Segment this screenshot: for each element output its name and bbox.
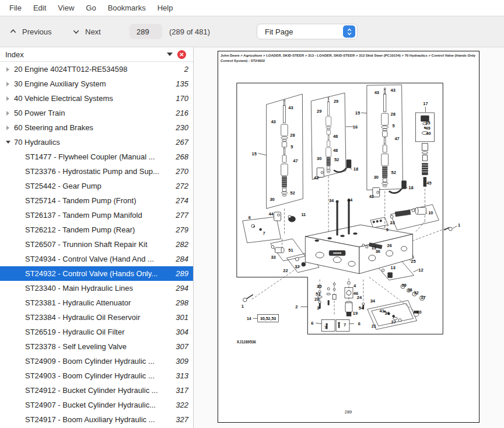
sidebar-close-button[interactable]: ✕	[177, 50, 186, 59]
sidebar-item-page: 317	[176, 386, 188, 395]
sidebar-item-label: ST26507 - Trunnion Shaft Repair Kit	[25, 240, 172, 249]
part-callout: 34	[329, 198, 334, 203]
sidebar-item-label: ST26519 - Hydraulic Oil Filter	[25, 328, 172, 336]
menu-item-file[interactable]: File	[4, 1, 27, 15]
sidebar-item[interactable]: 50 Power Train216	[0, 106, 193, 120]
zoom-level-select[interactable]: Fit Page	[257, 24, 358, 40]
sidebar-item-label: ST26137 - Tandem Pump Manifold	[25, 211, 172, 220]
sidebar-item-page: 267	[176, 138, 188, 147]
part-callout: 11	[301, 212, 306, 217]
sidebar-item[interactable]: ST26507 - Trunnion Shaft Repair Kit282	[0, 237, 193, 252]
sidebar-item-label: ST23384 - Hydraulic Oil Reservoir	[25, 313, 172, 322]
sidebar-item[interactable]: ST24907 - Bucket Cylinder Hydraulic...32…	[0, 398, 193, 412]
sidebar-view-dropdown[interactable]	[162, 53, 177, 56]
menu-item-bookmarks[interactable]: Bookmarks	[102, 1, 152, 15]
sidebar-item-label: ST23376 - Hydrostatic Pump and Sup...	[25, 167, 172, 176]
sidebar-item-page: 2	[184, 65, 188, 74]
sidebar-item[interactable]: 40 Vehicle Electrical Systems170	[0, 91, 193, 106]
page-count-text: (289 of 481)	[169, 27, 210, 36]
part-callout: 20	[416, 309, 421, 315]
part-callout: 7	[324, 325, 327, 330]
menu-item-help[interactable]: Help	[152, 1, 179, 15]
sidebar-item[interactable]: ST25442 - Gear Pump272	[0, 179, 193, 193]
part-callout: 43	[374, 90, 379, 95]
expand-icon	[6, 126, 9, 130]
sidebar-item-page: 309	[176, 357, 188, 366]
expander[interactable]	[4, 111, 12, 116]
part-callout: 32	[414, 290, 418, 295]
previous-button[interactable]: Previous	[6, 25, 55, 39]
part-callout: 34	[370, 298, 376, 304]
sidebar-item-page: 230	[176, 123, 188, 132]
sidebar-item-page: 327	[176, 415, 188, 424]
expander[interactable]	[4, 141, 12, 144]
sidebar-item[interactable]: ST24909 - Boom Cylinder Hydraulic ...309	[0, 354, 193, 368]
part-callout: 28	[314, 297, 319, 302]
sidebar-item[interactable]: ST26519 - Hydraulic Oil Filter304	[0, 325, 193, 339]
part-callout: 3	[317, 305, 319, 311]
sidebar-item[interactable]: ST25714 - Tandem Pump (Front)274	[0, 193, 193, 208]
sidebar-item[interactable]: ST24932 - Control Valve (Hands Only...28…	[0, 266, 193, 281]
sidebar-item-page: 322	[176, 401, 188, 409]
sidebar-item[interactable]: ST23384 - Hydraulic Oil Reservoir301	[0, 310, 193, 325]
menu-item-edit[interactable]: Edit	[27, 1, 52, 15]
sidebar-item[interactable]: ST24912 - Bucket Cylinder Hydraulic ...3…	[0, 383, 193, 398]
pdf-viewer-window: FileEditViewGoBookmarksHelp Previous Nex…	[0, 0, 504, 428]
part-callout: 52	[391, 170, 396, 175]
sidebar-item[interactable]: ST24917 - Boom Auxiliary Hydraulic ...32…	[0, 412, 193, 427]
chevron-down-icon	[72, 28, 80, 36]
sidebar-item[interactable]: ST24934 - Control Valve (Hand And ...284	[0, 252, 193, 266]
sidebar-item-label: ST24907 - Bucket Cylinder Hydraulic...	[25, 401, 172, 409]
sidebar-item[interactable]: 20 Engine 4024TT012-RE5345982	[0, 62, 193, 76]
part-callout: 6	[358, 321, 360, 326]
sidebar-item[interactable]: 30 Engine Auxiliary System135	[0, 76, 193, 91]
document-page: John Deere > Agriculture > LOADER, SKID-…	[218, 51, 480, 423]
expander[interactable]	[4, 67, 12, 72]
part-callout: 16	[353, 124, 358, 130]
sidebar-item-page: 277	[176, 211, 188, 220]
menu-item-go[interactable]: Go	[80, 1, 102, 15]
sidebar-item-page: 284	[176, 255, 188, 263]
part-callout: 26	[387, 243, 392, 248]
part-callout: 30	[317, 284, 321, 289]
part-callout: 5	[290, 144, 293, 149]
part-callout: 48	[333, 148, 338, 153]
part-callout: 18	[408, 185, 413, 190]
sidebar-item-label: 30 Engine Auxiliary System	[14, 79, 172, 88]
part-callout: 29	[334, 99, 338, 104]
sidebar-item[interactable]: ST23376 - Hydrostatic Pump and Sup...270	[0, 164, 193, 179]
sidebar-item-page: 313	[176, 371, 188, 380]
sidebar-item[interactable]: ST23378 - Self Leveling Valve307	[0, 339, 193, 354]
part-callout: 47	[293, 158, 298, 163]
menu-item-view[interactable]: View	[52, 1, 80, 15]
sidebar-item[interactable]: 60 Steering and Brakes230	[0, 120, 193, 135]
sidebar-item[interactable]: ST1477 - Flywheel Coupler (Manual ...268	[0, 149, 193, 164]
part-callout: 23	[390, 220, 395, 225]
sidebar-item-label: 70 Hydraulics	[14, 138, 172, 147]
sidebar-item[interactable]: ST26212 - Tandem Pump (Rear)279	[0, 222, 193, 237]
page-number-input[interactable]	[130, 24, 162, 39]
expander[interactable]	[4, 126, 12, 130]
expand-icon	[6, 96, 9, 101]
expander[interactable]	[4, 82, 12, 86]
sidebar-item-page: 304	[176, 328, 188, 336]
part-callout: 52	[334, 157, 339, 162]
sidebar-item[interactable]: ST24903 - Boom Cylinder Hydraulic ...313	[0, 368, 193, 383]
sidebar-item[interactable]: 70 Hydraulics267	[0, 135, 193, 149]
valve-brand-label: DEERE	[333, 252, 342, 255]
next-button[interactable]: Next	[69, 25, 104, 39]
expand-icon	[6, 82, 9, 86]
part-callout: 7	[344, 322, 346, 328]
part-callout: 47	[394, 136, 399, 141]
sidebar-item[interactable]: ST23381 - Hydraulic Attenuator298	[0, 295, 193, 310]
part-callout: 35	[425, 120, 430, 126]
sidebar-item-page: 216	[176, 109, 188, 117]
figure-id: XJ1289536	[237, 340, 256, 344]
sidebar-item[interactable]: ST23340 - Main Hydraulic Lines294	[0, 281, 193, 295]
part-callout: 36	[376, 249, 380, 254]
sidebar-item-page: 270	[176, 167, 188, 176]
part-callout: 28	[391, 112, 396, 117]
sidebar-item[interactable]: ST26137 - Tandem Pump Manifold277	[0, 208, 193, 222]
expander[interactable]	[4, 96, 12, 101]
part-callout: 13	[391, 265, 396, 270]
